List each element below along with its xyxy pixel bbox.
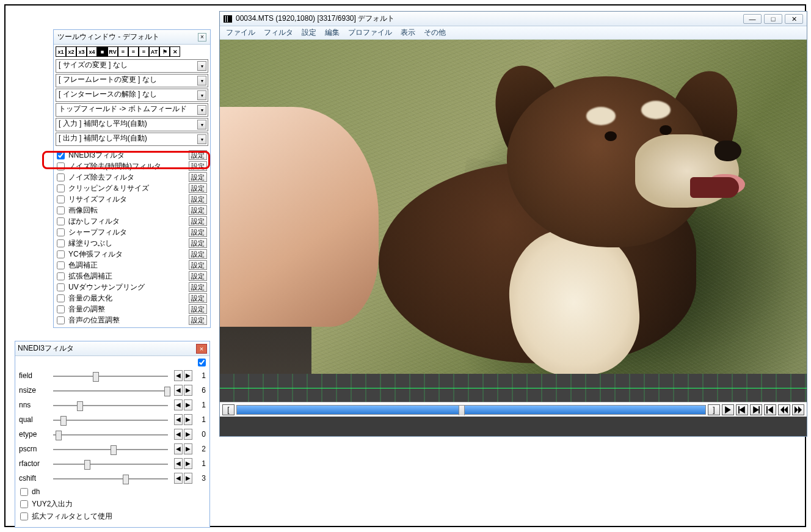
slider-thumb[interactable] — [60, 416, 67, 426]
step-forward-button[interactable] — [750, 404, 762, 415]
filter-checkbox[interactable] — [57, 305, 65, 313]
slider-decrement-button[interactable]: ◀ — [174, 414, 183, 425]
filter-checkbox[interactable] — [57, 184, 65, 192]
zoom-x4-button[interactable]: x4 — [87, 46, 97, 57]
line2-button[interactable]: = — [128, 46, 139, 57]
at-button[interactable]: AT — [149, 46, 159, 57]
chevron-down-icon[interactable]: ▾ — [197, 61, 206, 71]
video-frame[interactable] — [220, 40, 807, 374]
filter-settings-button[interactable]: 設定 — [189, 172, 207, 182]
slider-decrement-button[interactable]: ◀ — [174, 370, 183, 381]
seek-start-icon[interactable]: [ — [222, 404, 235, 415]
tool-window-close-icon[interactable]: × — [198, 33, 206, 42]
tool-dropdown-1[interactable]: [ フレームレートの変更 ] なし▾ — [56, 74, 208, 87]
chevron-down-icon[interactable]: ▾ — [197, 120, 206, 129]
filter-settings-button[interactable]: 設定 — [189, 293, 207, 303]
zoom-x3-button[interactable]: x3 — [76, 46, 87, 57]
filter-checkbox[interactable] — [57, 162, 65, 170]
black-button[interactable]: ■ — [97, 46, 107, 57]
tool-dropdown-4[interactable]: [ 入力 ] 補間なし平均(自動)▾ — [56, 118, 208, 131]
slider-decrement-button[interactable]: ◀ — [174, 458, 183, 469]
filter-checkbox[interactable] — [57, 206, 65, 214]
seek-track[interactable] — [236, 405, 706, 415]
menu-other[interactable]: その他 — [424, 27, 446, 38]
slider-increment-button[interactable]: ▶ — [184, 370, 192, 381]
slider-track[interactable] — [51, 428, 170, 440]
slider-track[interactable] — [51, 472, 170, 484]
nnedi3-enable-checkbox[interactable] — [198, 359, 206, 366]
slider-increment-button[interactable]: ▶ — [184, 473, 192, 484]
slider-decrement-button[interactable]: ◀ — [174, 399, 183, 410]
filter-checkbox[interactable] — [57, 173, 65, 181]
slider-increment-button[interactable]: ▶ — [184, 385, 192, 396]
slider-track[interactable] — [51, 399, 170, 411]
playhead[interactable] — [459, 406, 465, 415]
menu-view[interactable]: 表示 — [401, 27, 415, 38]
filter-settings-button[interactable]: 設定 — [189, 271, 207, 281]
step-back-button[interactable] — [736, 404, 748, 415]
filter-checkbox[interactable] — [57, 272, 65, 280]
slider-decrement-button[interactable]: ◀ — [174, 443, 183, 454]
slider-increment-button[interactable]: ▶ — [184, 414, 192, 425]
filter-settings-button[interactable]: 設定 — [189, 150, 207, 160]
menu-profile[interactable]: プロファイル — [348, 27, 392, 38]
filter-settings-button[interactable]: 設定 — [189, 183, 207, 193]
filter-settings-button[interactable]: 設定 — [189, 282, 207, 292]
filter-checkbox[interactable] — [57, 195, 65, 203]
play-button[interactable] — [722, 404, 734, 415]
tool-dropdown-0[interactable]: [ サイズの変更 ] なし▾ — [56, 59, 208, 73]
slider-track[interactable] — [51, 443, 170, 455]
filter-checkbox[interactable] — [57, 217, 65, 225]
filter-settings-button[interactable]: 設定 — [189, 194, 207, 204]
slider-track[interactable] — [51, 414, 170, 426]
slider-track[interactable] — [51, 370, 170, 382]
filter-settings-button[interactable]: 設定 — [189, 161, 207, 171]
slider-thumb[interactable] — [123, 475, 129, 484]
slider-increment-button[interactable]: ▶ — [184, 443, 192, 454]
zoom-x2-button[interactable]: x2 — [66, 46, 76, 57]
filter-settings-button[interactable]: 設定 — [189, 260, 207, 270]
slider-increment-button[interactable]: ▶ — [184, 429, 192, 440]
line1-button[interactable]: = — [118, 46, 128, 57]
goto-start-button[interactable] — [778, 404, 790, 415]
tool-window-titlebar[interactable]: ツールウィンドウ - デフォルト × — [54, 30, 210, 45]
filter-settings-button[interactable]: 設定 — [189, 227, 207, 237]
slider-increment-button[interactable]: ▶ — [184, 399, 192, 410]
main-titlebar[interactable]: 00034.MTS (1920,1080) [3317/6930] デフォルト … — [220, 12, 807, 26]
audio-waveform[interactable] — [220, 374, 807, 402]
filter-settings-button[interactable]: 設定 — [189, 205, 207, 215]
slider-decrement-button[interactable]: ◀ — [174, 429, 183, 440]
slider-increment-button[interactable]: ▶ — [184, 458, 192, 469]
filter-checkbox[interactable] — [57, 316, 65, 324]
option-checkbox[interactable] — [20, 488, 28, 496]
filter-settings-button[interactable]: 設定 — [189, 304, 207, 314]
menu-edit[interactable]: 編集 — [325, 27, 340, 38]
x-button[interactable]: ✕ — [170, 46, 180, 57]
filter-checkbox[interactable] — [57, 151, 65, 159]
flag-button[interactable]: ⚑ — [159, 46, 170, 57]
slider-thumb[interactable] — [164, 387, 170, 396]
nnedi3-titlebar[interactable]: NNEDI3フィルタ × — [15, 341, 209, 356]
option-checkbox[interactable] — [20, 512, 28, 520]
slider-thumb[interactable] — [111, 445, 117, 455]
zoom-x1-button[interactable]: x1 — [56, 46, 66, 57]
filter-settings-button[interactable]: 設定 — [189, 238, 207, 248]
filter-settings-button[interactable]: 設定 — [189, 315, 207, 325]
chevron-down-icon[interactable]: ▾ — [197, 105, 206, 115]
minimize-button[interactable]: — — [743, 14, 762, 24]
filter-checkbox[interactable] — [57, 283, 65, 291]
rv-button[interactable]: RV — [107, 46, 118, 57]
chevron-down-icon[interactable]: ▾ — [197, 134, 206, 144]
chevron-down-icon[interactable]: ▾ — [197, 76, 206, 86]
slider-thumb[interactable] — [77, 401, 83, 411]
slider-thumb[interactable] — [93, 372, 99, 382]
line3-button[interactable]: = — [139, 46, 149, 57]
filter-checkbox[interactable] — [57, 228, 65, 236]
filter-checkbox[interactable] — [57, 239, 65, 247]
menu-file[interactable]: ファイル — [226, 27, 255, 38]
slider-track[interactable] — [51, 384, 170, 396]
tool-dropdown-5[interactable]: [ 出力 ] 補間なし平均(自動)▾ — [56, 133, 208, 146]
menu-settings[interactable]: 設定 — [302, 27, 316, 38]
filter-checkbox[interactable] — [57, 261, 65, 269]
slider-thumb[interactable] — [84, 460, 90, 470]
